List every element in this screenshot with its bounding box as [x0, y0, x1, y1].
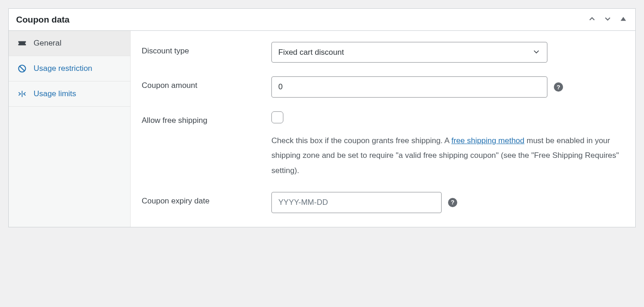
sidebar-item-usage-limits[interactable]: Usage limits [9, 81, 130, 107]
panel-title: Coupon data [16, 15, 587, 25]
panel-header: Coupon data [9, 9, 635, 31]
svg-line-2 [20, 66, 24, 71]
help-icon[interactable]: ? [448, 198, 457, 207]
no-entry-icon [17, 64, 27, 74]
free-shipping-description: Check this box if the coupon grants free… [271, 133, 621, 178]
coupon-data-panel: Coupon data General [8, 8, 636, 227]
label-discount-type: Discount type [142, 42, 271, 63]
panel-move-up-icon[interactable] [587, 14, 597, 25]
row-discount-type: Discount type Fixed cart discount [142, 42, 624, 63]
svg-marker-0 [621, 17, 626, 21]
collapse-icon [17, 89, 27, 99]
panel-toggle-icon[interactable] [619, 14, 628, 25]
ticket-icon [17, 38, 27, 48]
discount-type-select-wrap: Fixed cart discount [271, 42, 547, 63]
label-expiry-date: Coupon expiry date [142, 192, 271, 213]
label-free-shipping: Allow free shipping [142, 111, 271, 178]
help-icon[interactable]: ? [554, 82, 563, 92]
row-expiry-date: Coupon expiry date ? [142, 192, 624, 213]
sidebar-item-usage-restriction[interactable]: Usage restriction [9, 56, 130, 81]
panel-move-down-icon[interactable] [603, 14, 612, 25]
label-coupon-amount: Coupon amount [142, 76, 271, 98]
free-shipping-method-link[interactable]: free shipping method [451, 136, 524, 145]
row-free-shipping: Allow free shipping Check this box if th… [142, 111, 624, 178]
coupon-amount-input[interactable] [271, 76, 547, 98]
panel-body: General Usage restriction Usage limits D… [9, 31, 635, 227]
content-area: Discount type Fixed cart discount [131, 31, 635, 227]
free-shipping-checkbox[interactable] [271, 111, 283, 123]
sidebar: General Usage restriction Usage limits [9, 31, 131, 227]
sidebar-item-label: Usage limits [34, 89, 76, 98]
sidebar-item-general[interactable]: General [9, 31, 130, 56]
sidebar-item-label: General [34, 39, 61, 48]
row-coupon-amount: Coupon amount ? [142, 76, 624, 98]
panel-controls [587, 14, 628, 25]
expiry-date-input[interactable] [271, 192, 442, 213]
discount-type-select[interactable]: Fixed cart discount [271, 42, 547, 63]
sidebar-item-label: Usage restriction [34, 64, 92, 73]
